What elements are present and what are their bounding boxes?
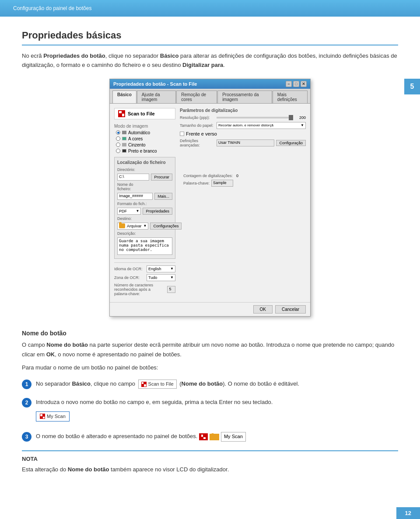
ok-button[interactable]: OK: [253, 305, 273, 313]
body-bold-2: OK: [46, 351, 55, 358]
bw-mode-icon: [122, 149, 126, 153]
papersize-row: Tamanho do papel: Recortar autom. e remo…: [180, 122, 306, 129]
dialog-tabs: Básico Ajuste da imagem Remoção de cores…: [110, 89, 310, 104]
note-title: NOTA: [22, 456, 398, 462]
more-button[interactable]: Mais...: [154, 193, 172, 200]
note-text: Esta alteração do Nome do botão também a…: [22, 465, 398, 474]
fileformat-dropdown[interactable]: PDF ▼: [117, 208, 141, 215]
scan-to-file-button[interactable]: Scan to File: [138, 380, 177, 389]
bottom-page-number: 12: [396, 507, 420, 519]
ocr-keyword-input[interactable]: Sample: [211, 180, 233, 187]
advanced-row: Definições avançadas: Usar TWAIN Configu…: [180, 139, 306, 147]
description-row: Descrição:: [117, 231, 172, 236]
scan-inline-icon: [141, 382, 147, 387]
duplex-checkbox[interactable]: [180, 132, 184, 136]
tab-mais[interactable]: Mais definições: [273, 91, 308, 103]
dialog-footer: OK Cancelar: [110, 302, 310, 316]
ocr-zone-dropdown[interactable]: Tudo ▼: [147, 274, 175, 281]
step-1-number: 1: [22, 380, 32, 389]
auto-mode-icon: [122, 131, 126, 134]
radio-color[interactable]: A cores: [116, 136, 175, 141]
radio-grey[interactable]: Cinzento: [116, 143, 175, 147]
ocr-keyword-row: Palavra-chave: Sample: [180, 180, 306, 187]
file-location-title: Localização do ficheiro: [117, 160, 172, 165]
radio-grey-label: Cinzento: [128, 143, 145, 147]
tab-processamento[interactable]: Processamento da imagem: [217, 91, 272, 103]
radio-bw-indicator: [116, 149, 120, 153]
my-scan-icon-area: [199, 433, 208, 440]
destination-chevron: ▼: [144, 224, 147, 228]
radio-auto[interactable]: Automático: [116, 130, 175, 135]
description-box: Guarde a sua imagem numa pasta específic…: [117, 237, 172, 256]
my-scan-grid-icon: [201, 434, 206, 439]
resolution-label: Resolução (ppp):: [180, 115, 215, 120]
my-scan-badge: My Scan: [199, 432, 246, 442]
ocr-chars-label: Número de caracteres reconhecidos após a…: [114, 283, 164, 296]
dialog-right-panel: Parâmetros de digitalização Resolução (p…: [180, 108, 306, 298]
filename-row: Nome do ficheiro:: [117, 182, 172, 191]
filename-input[interactable]: Image_#####: [117, 193, 153, 200]
papersize-label: Tamanho do papel:: [180, 123, 215, 128]
duplex-label: Frente e verso: [186, 131, 217, 136]
folder-icon: [119, 223, 125, 228]
step-2-content: Introduza o novo nome do botão no campo …: [36, 397, 398, 423]
scan-params-title: Parâmetros de digitalização: [180, 108, 306, 113]
tab-ajuste-imagem[interactable]: Ajuste da imagem: [137, 91, 176, 103]
radio-group-image-mode: Automático A cores Cinzento: [116, 130, 175, 153]
directory-input[interactable]: C:\: [117, 174, 149, 181]
ocr-language-row: Idioma de OCR: English ▼: [114, 265, 175, 272]
my-scan-field-text: My Scan: [47, 413, 66, 421]
step-1-bold2: Nome do botão: [182, 380, 223, 387]
browse-button[interactable]: Procurar: [151, 174, 172, 181]
advanced-config-button[interactable]: Configuração: [276, 140, 306, 146]
step-3-text1: O nome do botão é alterado e apresentado…: [36, 433, 199, 440]
resolution-slider[interactable]: [217, 117, 293, 118]
close-button[interactable]: ✕: [301, 81, 307, 87]
config-button[interactable]: Configurações: [150, 223, 182, 230]
top-bar: Configuração do painel de botões: [0, 0, 420, 17]
cancel-button[interactable]: Cancelar: [275, 305, 306, 313]
dialog-body: Scan to File Modo de imagem Automático: [110, 104, 310, 302]
fileformat-chevron: ▼: [136, 209, 140, 213]
step-2-field-container: My Scan: [36, 410, 398, 424]
properties-button[interactable]: Propriedades: [143, 208, 172, 215]
fileformat-label: Formato do fich.:: [117, 202, 148, 206]
tab-basico[interactable]: Básico: [112, 91, 136, 103]
tab-remocao-cores[interactable]: Remoção de cores: [176, 91, 217, 103]
advanced-label: Definições avançadas:: [180, 139, 215, 147]
filename-label: Nome do ficheiro:: [117, 182, 148, 191]
fileformat-input-row: PDF ▼ Propriedades: [117, 208, 172, 215]
ocr-language-dropdown[interactable]: English ▼: [147, 265, 175, 272]
button-name-row[interactable]: Scan to File: [114, 108, 175, 119]
ocr-chars-input[interactable]: 5: [167, 286, 175, 293]
scan-to-file-label: Scan to File: [148, 380, 174, 388]
button-name-text: Scan to File: [128, 111, 155, 116]
destination-label: Destino:: [117, 216, 148, 221]
intro-bold-3: Digitalizar para: [182, 62, 223, 68]
note-bold: Nome do botão: [68, 466, 109, 473]
papersize-value: Recortar autom. e remover distorçã: [218, 123, 273, 127]
fileformat-row: Formato do fich.:: [117, 202, 172, 206]
step-2: 2 Introduza o novo nome do botão no camp…: [22, 397, 398, 423]
grey-mode-icon: [122, 143, 126, 146]
radio-auto-label: Automático: [128, 130, 150, 135]
intro-bold-2: Básico: [160, 52, 179, 59]
note-text-2: também aparece no visor LCD do digitaliz…: [109, 466, 229, 473]
step-1-content: No separador Básico, clique no campo Sca…: [36, 379, 398, 389]
dialog-container: Propriedades do botão - Scan to File − □…: [22, 79, 398, 317]
ocr-count-value: 0: [236, 174, 238, 178]
destination-value: Arquivar: [127, 224, 142, 228]
my-scan-input-field[interactable]: My Scan: [36, 411, 70, 422]
radio-color-label: A cores: [128, 136, 143, 141]
duplex-row: Frente e verso: [180, 131, 306, 136]
maximize-button[interactable]: □: [293, 81, 299, 87]
minimize-button[interactable]: −: [286, 81, 292, 87]
destination-dropdown[interactable]: Arquivar ▼: [117, 223, 148, 230]
step-3: 3 O nome do botão é alterado e apresenta…: [22, 431, 398, 442]
papersize-dropdown[interactable]: Recortar autom. e remover distorçã ▼: [217, 122, 306, 129]
intro-text-1: No ecrã: [22, 52, 43, 59]
description-textarea[interactable]: Guarde a sua imagem numa pasta específic…: [117, 237, 172, 255]
body-bold-1: Nome do botão: [46, 341, 88, 348]
radio-bw[interactable]: Preto e branco: [116, 149, 175, 153]
radio-bw-label: Preto e branco: [128, 149, 157, 153]
